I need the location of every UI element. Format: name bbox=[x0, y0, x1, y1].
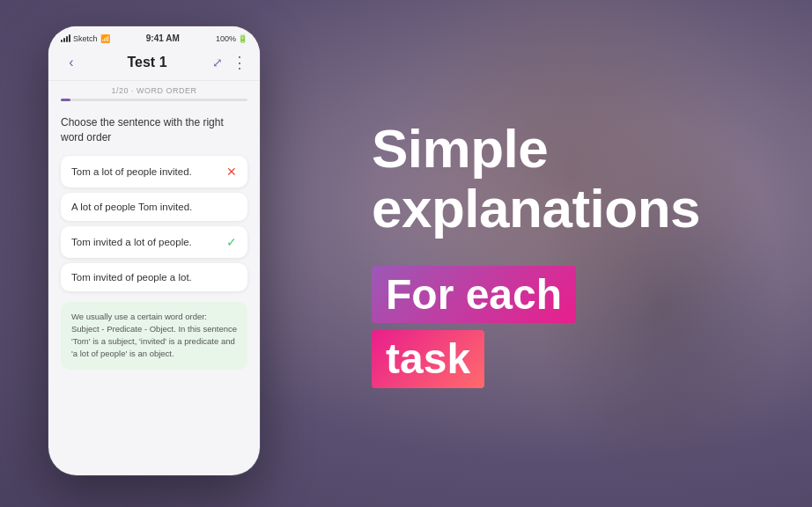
heading-line2: explanations bbox=[372, 178, 700, 239]
highlight-text-block: For each task bbox=[372, 266, 759, 388]
wrong-icon: ✕ bbox=[226, 165, 237, 179]
status-bar: Sketch 📶 9:41 AM 100% 🔋 bbox=[48, 26, 260, 47]
more-icon[interactable]: ⋮ bbox=[232, 53, 247, 72]
main-heading: Simple explanations bbox=[372, 119, 759, 239]
highlight-line1: For each bbox=[372, 266, 759, 331]
explanation-text: We usually use a certain word order: Sub… bbox=[71, 311, 237, 361]
option-3[interactable]: Tom invited a lot of people. ✓ bbox=[61, 226, 247, 258]
battery-label: 100% bbox=[216, 34, 236, 43]
carrier-label: Sketch bbox=[73, 34, 98, 43]
correct-icon: ✓ bbox=[226, 235, 237, 249]
highlight-line2: task bbox=[372, 330, 759, 388]
status-right: 100% 🔋 bbox=[216, 34, 247, 43]
phone-mockup: Sketch 📶 9:41 AM 100% 🔋 ‹ Test 1 ⤢ ⋮ 1/2… bbox=[48, 26, 260, 475]
progress-label: 1/20 · WORD ORDER bbox=[61, 86, 247, 95]
option-1[interactable]: Tom a lot of people invited. ✕ bbox=[61, 156, 247, 187]
question-text: Choose the sentence with the right word … bbox=[61, 115, 247, 145]
back-icon: ‹ bbox=[69, 55, 73, 70]
progress-section: 1/20 · WORD ORDER bbox=[48, 81, 260, 105]
progress-bar-fill bbox=[61, 99, 70, 101]
status-time: 9:41 AM bbox=[146, 33, 180, 43]
option-4-text: Tom invited of people a lot. bbox=[71, 272, 192, 283]
heading-line1: Simple bbox=[372, 118, 548, 179]
highlight-task-badge: task bbox=[372, 330, 484, 388]
right-panel: Simple explanations For each task bbox=[319, 0, 812, 507]
battery-icon: 🔋 bbox=[238, 34, 247, 43]
wifi-icon: 📶 bbox=[100, 34, 110, 43]
nav-bar: ‹ Test 1 ⤢ ⋮ bbox=[48, 47, 260, 81]
back-button[interactable]: ‹ bbox=[61, 52, 82, 73]
options-list: Tom a lot of people invited. ✕ A lot of … bbox=[48, 152, 260, 295]
explanation-area: We usually use a certain word order: Sub… bbox=[61, 302, 247, 370]
option-3-text: Tom invited a lot of people. bbox=[71, 237, 192, 247]
signal-icon bbox=[61, 34, 70, 42]
option-2-text: A lot of people Tom invited. bbox=[71, 202, 192, 212]
question-area: Choose the sentence with the right word … bbox=[48, 105, 260, 152]
nav-actions: ⤢ ⋮ bbox=[212, 53, 247, 72]
nav-title: Test 1 bbox=[127, 55, 166, 70]
option-4[interactable]: Tom invited of people a lot. bbox=[61, 263, 247, 291]
share-icon[interactable]: ⤢ bbox=[212, 55, 223, 70]
option-1-text: Tom a lot of people invited. bbox=[71, 166, 192, 177]
highlight-for-each-badge: For each bbox=[372, 266, 576, 324]
progress-bar-background bbox=[61, 99, 247, 101]
status-left: Sketch 📶 bbox=[61, 34, 110, 43]
option-2[interactable]: A lot of people Tom invited. bbox=[61, 193, 247, 221]
